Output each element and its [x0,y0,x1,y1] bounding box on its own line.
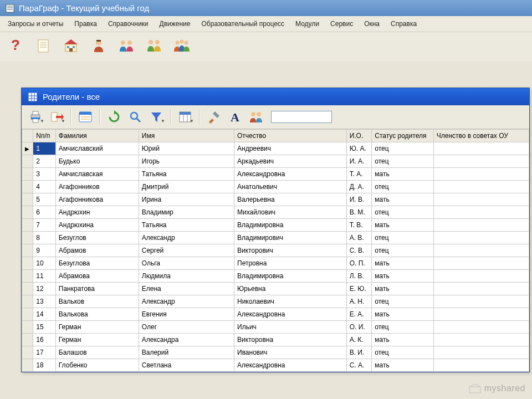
table-row[interactable]: 18ГлобенкоСветланаАлександровнаС. А.мать [22,359,529,372]
menu-service[interactable]: Сервис [325,18,359,30]
table-row[interactable]: 9АбрамовСергейВикторовичС. В.отец [22,244,529,257]
cell-surname[interactable]: Абрамова [55,270,139,283]
cell-name[interactable]: Ольга [139,257,234,270]
cell-patronymic[interactable]: Анатольевич [234,181,347,193]
menu-help[interactable]: Справка [385,18,422,30]
cell-status[interactable]: отец [372,142,433,155]
cell-name[interactable]: Владимир [139,206,234,219]
cell-surname[interactable]: Агафонников [55,181,139,193]
cell-num[interactable]: 9 [33,244,56,257]
cell-num[interactable]: 3 [33,168,56,181]
cell-surname[interactable]: Абрамов [55,244,139,257]
header-num[interactable]: Nп/п [33,130,56,142]
cell-initials[interactable]: В. И. [346,346,372,359]
cell-initials[interactable]: С. В. [346,244,372,257]
cell-membership[interactable] [433,321,529,334]
cell-patronymic[interactable]: Валерьевна [234,193,347,206]
cell-initials[interactable]: А. К. [346,334,372,346]
table-row[interactable]: 15ГерманОлегИльичО. И.отец [22,321,529,334]
people-button[interactable] [247,109,265,125]
cell-name[interactable]: Александр [139,232,234,244]
cell-patronymic[interactable]: Викторович [234,244,347,257]
cell-membership[interactable] [433,244,529,257]
cell-membership[interactable] [433,219,529,232]
cell-status[interactable]: отец [372,206,433,219]
columns-button[interactable]: ▼ [176,109,195,125]
cell-surname[interactable]: Безуглова [55,257,139,270]
menu-edu[interactable]: Образовательный процесс [196,18,290,30]
cell-num[interactable]: 5 [33,193,56,206]
cell-num[interactable]: 18 [33,359,56,372]
cell-name[interactable]: Татьяна [139,168,234,181]
header-name[interactable]: Имя [139,130,234,142]
cell-membership[interactable] [433,295,529,308]
cell-status[interactable]: отец [372,232,433,244]
cell-status[interactable]: отец [372,346,433,359]
cell-initials[interactable]: О. И. [346,321,372,334]
cell-initials[interactable]: Ю. А. [346,142,372,155]
cell-status[interactable]: отец [372,295,433,308]
table-row[interactable]: 2БудькоИгорьАркадьевичИ. А.отец [22,155,529,168]
cell-patronymic[interactable]: Иванович [234,346,347,359]
menu-ref[interactable]: Справочники [103,18,154,30]
cell-patronymic[interactable]: Владимировна [234,270,347,283]
cell-name[interactable]: Юрий [139,142,234,155]
cell-surname[interactable]: Балашов [55,346,139,359]
cell-status[interactable]: мать [372,257,433,270]
cell-num[interactable]: 7 [33,219,56,232]
cell-num[interactable]: 4 [33,181,56,193]
cell-name[interactable]: Александра [139,334,234,346]
cell-patronymic[interactable]: Ильич [234,321,347,334]
cell-surname[interactable]: Будько [55,155,139,168]
report-icon[interactable] [33,35,53,55]
cell-initials[interactable]: А. В. [346,232,372,244]
cell-patronymic[interactable]: Александровна [234,308,347,321]
table-row[interactable]: 5АгафонниковаИринаВалерьевнаИ. В.мать [22,193,529,206]
cell-status[interactable]: отец [372,321,433,334]
cell-num[interactable]: 6 [33,206,56,219]
cell-surname[interactable]: Амчиславский [55,142,139,155]
cell-name[interactable]: Ирина [139,193,234,206]
cell-status[interactable]: мать [372,168,433,181]
cell-initials[interactable]: И. А. [346,155,372,168]
cell-membership[interactable] [433,334,529,346]
cell-initials[interactable]: Е. Ю. [346,283,372,295]
cell-membership[interactable] [433,206,529,219]
header-surname[interactable]: Фамилия [55,130,139,142]
cell-membership[interactable] [433,359,529,372]
table-row[interactable]: 12ПанкратоваЕленаЮрьевнаЕ. Ю.мать [22,283,529,295]
cell-status[interactable]: мать [372,283,433,295]
cell-initials[interactable]: Е. А. [346,308,372,321]
table-row[interactable]: 13ВальковАлександрНиколаевичА. Н.отец [22,295,529,308]
cell-membership[interactable] [433,193,529,206]
header-membership[interactable]: Членство в советах ОУ [433,130,529,142]
cell-status[interactable]: мать [372,219,433,232]
menu-windows[interactable]: Окна [359,18,385,30]
cell-patronymic[interactable]: Владимирович [234,232,347,244]
cell-status[interactable]: мать [372,193,433,206]
table-row[interactable]: 16ГерманАлександраВикторовнаА. К.мать [22,334,529,346]
cell-initials[interactable]: Л. В. [346,270,372,283]
cell-surname[interactable]: Герман [55,321,139,334]
cell-patronymic[interactable]: Владимировна [234,219,347,232]
cell-membership[interactable] [433,270,529,283]
cell-membership[interactable] [433,283,529,295]
cell-surname[interactable]: Глобенко [55,359,139,372]
cell-status[interactable]: отец [372,244,433,257]
table-row[interactable]: 10БезугловаОльгаПетровнаО. П.мать [22,257,529,270]
table-row[interactable]: 8БезугловАлександрВладимировичА. В.отец [22,232,529,244]
cell-patronymic[interactable]: Михайлович [234,206,347,219]
cell-patronymic[interactable]: Юрьевна [234,283,347,295]
print-button[interactable]: ▼ [26,109,45,125]
cell-status[interactable]: мать [372,334,433,346]
cell-surname[interactable]: Андрюхина [55,219,139,232]
export-button[interactable]: ▼ [47,109,66,125]
cell-name[interactable]: Татьяна [139,219,234,232]
cell-status[interactable]: мать [372,308,433,321]
cell-name[interactable]: Дмитрий [139,181,234,193]
menu-movement[interactable]: Движение [154,18,196,30]
cell-num[interactable]: 13 [33,295,56,308]
cell-surname[interactable]: Андрюхин [55,206,139,219]
cell-initials[interactable]: Д. А. [346,181,372,193]
school-building-icon[interactable] [61,35,81,55]
